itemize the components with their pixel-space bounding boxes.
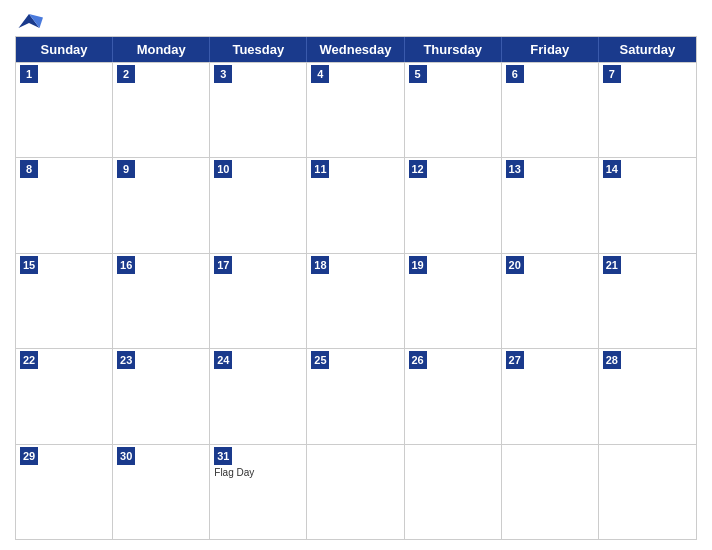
day-number: 15 xyxy=(20,256,38,274)
day-cell: 14 xyxy=(599,158,696,252)
day-cell: 12 xyxy=(405,158,502,252)
logo xyxy=(15,10,45,32)
calendar-body: 1234567891011121314151617181920212223242… xyxy=(16,62,696,539)
day-number: 6 xyxy=(506,65,524,83)
day-number: 12 xyxy=(409,160,427,178)
day-cell: 4 xyxy=(307,63,404,157)
day-number: 4 xyxy=(311,65,329,83)
day-number: 30 xyxy=(117,447,135,465)
day-number: 29 xyxy=(20,447,38,465)
day-number: 11 xyxy=(311,160,329,178)
header-tuesday: Tuesday xyxy=(210,37,307,62)
day-cell: 2 xyxy=(113,63,210,157)
header xyxy=(15,10,697,32)
day-number: 5 xyxy=(409,65,427,83)
day-cell: 27 xyxy=(502,349,599,443)
day-number: 3 xyxy=(214,65,232,83)
day-number: 21 xyxy=(603,256,621,274)
week-row-1: 1234567 xyxy=(16,62,696,157)
day-cell: 1 xyxy=(16,63,113,157)
day-number: 10 xyxy=(214,160,232,178)
day-cell xyxy=(405,445,502,539)
calendar-page: Sunday Monday Tuesday Wednesday Thursday… xyxy=(0,0,712,550)
day-number: 20 xyxy=(506,256,524,274)
day-cell: 6 xyxy=(502,63,599,157)
day-number: 26 xyxy=(409,351,427,369)
header-sunday: Sunday xyxy=(16,37,113,62)
day-cell: 15 xyxy=(16,254,113,348)
day-cell xyxy=(502,445,599,539)
day-cell: 31Flag Day xyxy=(210,445,307,539)
day-number: 25 xyxy=(311,351,329,369)
day-cell: 18 xyxy=(307,254,404,348)
logo-icon xyxy=(15,10,45,32)
day-cell: 21 xyxy=(599,254,696,348)
day-cell xyxy=(307,445,404,539)
day-cell: 24 xyxy=(210,349,307,443)
day-number: 1 xyxy=(20,65,38,83)
day-cell: 23 xyxy=(113,349,210,443)
header-saturday: Saturday xyxy=(599,37,696,62)
week-row-3: 15161718192021 xyxy=(16,253,696,348)
week-row-5: 293031Flag Day xyxy=(16,444,696,539)
day-number: 24 xyxy=(214,351,232,369)
logo-bird-icon xyxy=(15,10,43,32)
day-cell: 10 xyxy=(210,158,307,252)
day-number: 14 xyxy=(603,160,621,178)
day-number: 17 xyxy=(214,256,232,274)
day-number: 22 xyxy=(20,351,38,369)
day-number: 2 xyxy=(117,65,135,83)
header-monday: Monday xyxy=(113,37,210,62)
day-cell: 25 xyxy=(307,349,404,443)
header-friday: Friday xyxy=(502,37,599,62)
day-number: 31 xyxy=(214,447,232,465)
calendar-grid: Sunday Monday Tuesday Wednesday Thursday… xyxy=(15,36,697,540)
day-cell: 29 xyxy=(16,445,113,539)
day-cell: 20 xyxy=(502,254,599,348)
header-wednesday: Wednesday xyxy=(307,37,404,62)
day-number: 7 xyxy=(603,65,621,83)
day-number: 27 xyxy=(506,351,524,369)
day-number: 9 xyxy=(117,160,135,178)
week-row-4: 22232425262728 xyxy=(16,348,696,443)
week-row-2: 891011121314 xyxy=(16,157,696,252)
day-cell: 19 xyxy=(405,254,502,348)
day-headers-row: Sunday Monday Tuesday Wednesday Thursday… xyxy=(16,37,696,62)
day-number: 23 xyxy=(117,351,135,369)
day-cell: 30 xyxy=(113,445,210,539)
header-thursday: Thursday xyxy=(405,37,502,62)
event-label: Flag Day xyxy=(214,467,302,478)
day-cell: 9 xyxy=(113,158,210,252)
day-cell: 8 xyxy=(16,158,113,252)
day-cell: 11 xyxy=(307,158,404,252)
day-cell: 13 xyxy=(502,158,599,252)
day-number: 16 xyxy=(117,256,135,274)
day-number: 19 xyxy=(409,256,427,274)
day-number: 8 xyxy=(20,160,38,178)
day-number: 18 xyxy=(311,256,329,274)
day-number: 13 xyxy=(506,160,524,178)
day-cell: 3 xyxy=(210,63,307,157)
day-cell: 28 xyxy=(599,349,696,443)
day-cell: 5 xyxy=(405,63,502,157)
day-cell: 7 xyxy=(599,63,696,157)
day-cell: 26 xyxy=(405,349,502,443)
day-cell: 16 xyxy=(113,254,210,348)
day-cell xyxy=(599,445,696,539)
day-number: 28 xyxy=(603,351,621,369)
day-cell: 17 xyxy=(210,254,307,348)
day-cell: 22 xyxy=(16,349,113,443)
